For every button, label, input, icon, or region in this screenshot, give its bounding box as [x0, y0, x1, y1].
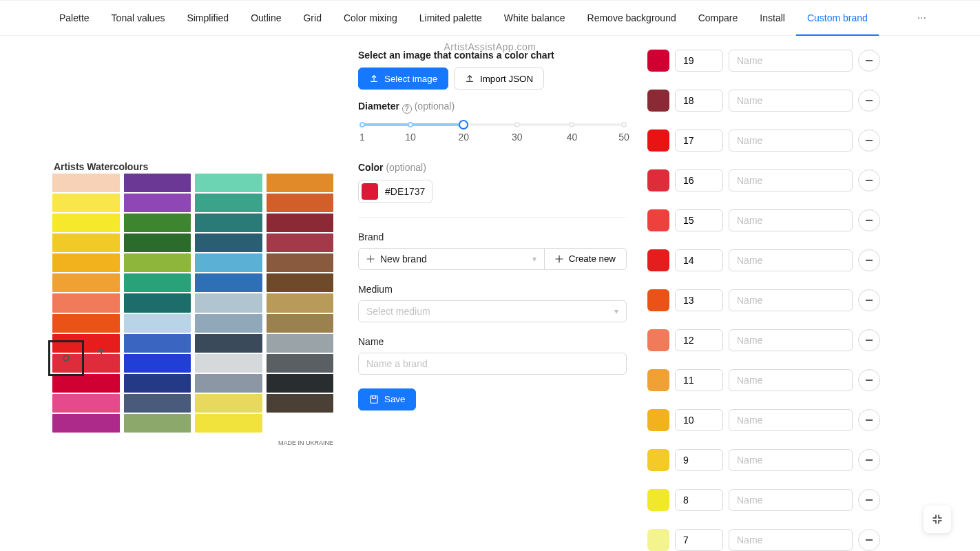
color-name-input[interactable] — [729, 289, 853, 311]
color-item — [647, 169, 932, 191]
color-name-input[interactable] — [729, 329, 853, 351]
slider-handle[interactable] — [459, 120, 468, 129]
remove-color-button[interactable] — [858, 449, 880, 471]
remove-color-button[interactable] — [858, 409, 880, 431]
color-item — [647, 129, 932, 152]
tab-grid[interactable]: Grid — [292, 0, 332, 36]
picked-color[interactable]: #DE1737 — [358, 180, 432, 203]
save-button[interactable]: Save — [358, 388, 416, 410]
color-swatch[interactable] — [647, 449, 669, 471]
brand-select[interactable]: New brand ▾ — [358, 248, 545, 270]
color-name-input[interactable] — [729, 249, 853, 271]
color-item — [647, 449, 932, 471]
name-label: Name — [358, 336, 627, 347]
color-swatch[interactable] — [647, 90, 669, 112]
color-swatch[interactable] — [647, 50, 669, 72]
remove-color-button[interactable] — [858, 249, 880, 271]
color-swatch — [362, 183, 378, 200]
color-swatch[interactable] — [647, 409, 669, 431]
color-swatch[interactable] — [647, 249, 669, 271]
color-name-input[interactable] — [729, 529, 853, 551]
color-number-input[interactable] — [675, 409, 723, 431]
tab-custom-brand[interactable]: Custom brand — [796, 0, 879, 36]
color-number-input[interactable] — [675, 369, 723, 391]
minus-icon — [866, 140, 873, 141]
minus-icon — [866, 340, 873, 341]
color-name-input[interactable] — [729, 489, 853, 511]
import-json-button[interactable]: Import JSON — [454, 67, 544, 90]
color-number-input[interactable] — [675, 50, 723, 72]
color-name-input[interactable] — [729, 369, 853, 391]
remove-color-button[interactable] — [858, 169, 880, 191]
color-name-input[interactable] — [729, 209, 853, 231]
color-name-input[interactable] — [729, 90, 853, 112]
color-swatch[interactable] — [647, 169, 669, 191]
color-swatch[interactable] — [647, 129, 669, 152]
tab-compare[interactable]: Compare — [687, 0, 749, 36]
diameter-slider[interactable]: 1 10 20 30 40 50 — [358, 122, 627, 149]
remove-color-button[interactable] — [858, 90, 880, 112]
color-swatch[interactable] — [647, 489, 669, 511]
fullscreen-exit-button[interactable] — [924, 506, 951, 533]
tab-simplified[interactable]: Simplified — [176, 0, 240, 36]
help-icon[interactable]: ? — [402, 104, 412, 114]
tab-outline[interactable]: Outline — [240, 0, 292, 36]
tab-tonal-values[interactable]: Tonal values — [101, 0, 176, 36]
color-item — [647, 90, 932, 112]
color-number-input[interactable] — [675, 249, 723, 271]
remove-color-button[interactable] — [858, 489, 880, 511]
tab-color-mixing[interactable]: Color mixing — [333, 0, 408, 36]
color-number-input[interactable] — [675, 449, 723, 471]
color-swatch[interactable] — [647, 329, 669, 351]
slider-mark: 20 — [458, 132, 469, 143]
save-icon — [369, 395, 379, 404]
tab-bar: Palette Tonal values Simplified Outline … — [0, 0, 980, 36]
color-number-input[interactable] — [675, 289, 723, 311]
tab-remove-background[interactable]: Remove background — [576, 0, 687, 36]
color-swatch[interactable] — [647, 529, 669, 551]
tab-palette[interactable]: Palette — [48, 0, 101, 36]
color-swatch[interactable] — [647, 209, 669, 231]
color-chart-image[interactable]: Artists Watercolours MADE IN UKRAINE — [48, 161, 337, 437]
tab-install[interactable]: Install — [749, 0, 796, 36]
tabs-more-icon[interactable]: ··· — [912, 12, 932, 24]
color-number-input[interactable] — [675, 329, 723, 351]
minus-icon — [866, 539, 873, 541]
color-number-input[interactable] — [675, 169, 723, 191]
tab-white-balance[interactable]: White balance — [493, 0, 576, 36]
chevron-down-icon: ▾ — [614, 306, 618, 316]
color-number-input[interactable] — [675, 209, 723, 231]
remove-color-button[interactable] — [858, 129, 880, 152]
slider-mark: 50 — [618, 132, 629, 143]
image-panel: Artists Watercolours MADE IN UKRAINE — [48, 44, 337, 551]
color-name-input[interactable] — [729, 449, 853, 471]
color-swatch[interactable] — [647, 289, 669, 311]
color-number-input[interactable] — [675, 129, 723, 152]
create-new-button[interactable]: Create new — [545, 248, 627, 270]
select-image-button[interactable]: Select image — [358, 67, 448, 90]
remove-color-button[interactable] — [858, 329, 880, 351]
remove-color-button[interactable] — [858, 289, 880, 311]
color-swatch[interactable] — [647, 369, 669, 391]
color-name-input[interactable] — [729, 409, 853, 431]
minus-icon — [866, 100, 873, 101]
color-name-input[interactable] — [729, 50, 853, 72]
name-input[interactable] — [358, 353, 627, 375]
slider-mark: 1 — [359, 132, 365, 143]
remove-color-button[interactable] — [858, 209, 880, 231]
color-picker-frame[interactable] — [48, 340, 84, 376]
medium-select[interactable]: Select medium ▾ — [358, 300, 627, 322]
minus-icon — [866, 260, 873, 261]
remove-color-button[interactable] — [858, 50, 880, 72]
remove-color-button[interactable] — [858, 369, 880, 391]
color-name-input[interactable] — [729, 129, 853, 152]
minus-icon — [866, 220, 873, 221]
tab-limited-palette[interactable]: Limited palette — [408, 0, 493, 36]
color-item — [647, 369, 932, 391]
slider-mark: 40 — [567, 132, 578, 143]
color-number-input[interactable] — [675, 529, 723, 551]
remove-color-button[interactable] — [858, 529, 880, 551]
color-number-input[interactable] — [675, 90, 723, 112]
color-number-input[interactable] — [675, 489, 723, 511]
color-name-input[interactable] — [729, 169, 853, 191]
